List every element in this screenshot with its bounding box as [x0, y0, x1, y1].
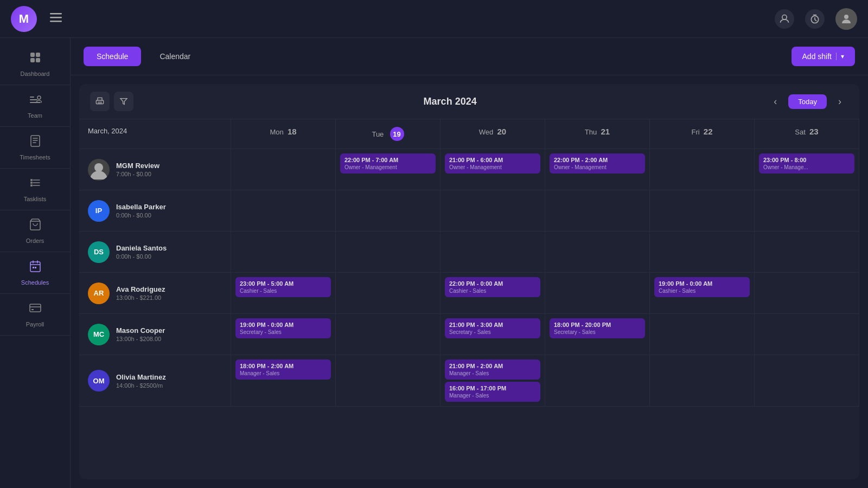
print-button[interactable] — [90, 92, 110, 111]
shift-cell-mon — [231, 232, 336, 272]
shift-cell-thu[interactable]: 18:00 PM - 20:00 PM Secretary - Sales — [545, 314, 650, 355]
sidebar-label-orders: Orders — [26, 237, 44, 244]
shift-cell-wed — [441, 190, 545, 231]
svg-rect-11 — [30, 99, 37, 100]
shift-cell-wed[interactable]: 21:00 PM - 3:00 AM Secretary - Sales — [441, 314, 545, 355]
sidebar-label-dashboard: Dashboard — [21, 70, 50, 77]
shift-block[interactable]: 19:00 PM - 0:00 AM Cashier - Sales — [654, 277, 750, 297]
employee-name: MGM Review — [116, 162, 222, 170]
today-button[interactable]: Today — [788, 94, 827, 109]
shift-cell-tue — [336, 232, 441, 272]
sidebar-item-dashboard[interactable]: Dashboard — [0, 43, 70, 85]
avatar — [88, 159, 110, 181]
schedule-container: March 2024 ‹ Today › March, 2024 Mon 18 — [79, 84, 859, 479]
prev-button[interactable]: ‹ — [767, 93, 784, 110]
shift-cell-thu — [545, 273, 650, 313]
shift-block[interactable]: 22:00 PM - 7:00 AM Owner - Management — [340, 153, 436, 174]
employee-details: Daniela Santos 0:00h - $0.00 — [116, 244, 222, 260]
shift-block[interactable]: 22:00 PM - 2:00 AM Owner - Management — [550, 153, 645, 174]
sidebar-label-tasklists: Tasklists — [24, 196, 47, 202]
shift-block[interactable]: 21:00 PM - 6:00 AM Owner - Management — [445, 153, 540, 174]
timer-icon[interactable] — [805, 9, 825, 29]
shift-cell-thu[interactable]: 22:00 PM - 2:00 AM Owner - Management — [545, 149, 650, 190]
filter-button[interactable] — [114, 92, 133, 111]
avatar: OM — [88, 370, 110, 391]
employee-details: Ava Rodriguez 13:00h - $221.00 — [116, 285, 222, 301]
shift-block[interactable]: 23:00 PM - 5:00 AM Cashier - Sales — [235, 277, 331, 297]
next-button[interactable]: › — [831, 93, 848, 110]
user-avatar[interactable] — [835, 8, 857, 30]
shift-block[interactable]: 22:00 PM - 0:00 AM Cashier - Sales — [445, 277, 540, 297]
shift-block[interactable]: 21:00 PM - 2:00 AM Manager - Sales — [445, 359, 540, 380]
employee-hours: 14:00h - $2500/m — [116, 382, 222, 389]
shift-block[interactable]: 23:00 PM - 8:00 Owner - Manage... — [759, 153, 854, 174]
employee-info-ip: IP Isabella Parker 0:00h - $0.00 — [79, 190, 231, 231]
hamburger-menu[interactable] — [46, 7, 66, 30]
employee-name: Daniela Santos — [116, 244, 222, 252]
svg-point-5 — [844, 15, 848, 19]
table-row: DS Daniela Santos 0:00h - $0.00 — [79, 232, 859, 273]
sidebar-item-payroll[interactable]: Payroll — [0, 294, 70, 336]
employee-hours: 0:00h - $0.00 — [116, 212, 222, 219]
employee-name: Olivia Martinez — [116, 373, 222, 381]
shift-cell-wed[interactable]: 22:00 PM - 0:00 AM Cashier - Sales — [441, 273, 545, 313]
add-shift-button[interactable]: Add shift ▾ — [792, 47, 855, 66]
table-row: AR Ava Rodriguez 13:00h - $221.00 23:00 … — [79, 273, 859, 314]
employee-info-ar: AR Ava Rodriguez 13:00h - $221.00 — [79, 273, 231, 313]
svg-point-21 — [94, 163, 103, 172]
table-row: IP Isabella Parker 0:00h - $0.00 — [79, 190, 859, 232]
employee-details: Mason Cooper 13:00h - $208.00 — [116, 326, 222, 342]
day-header-mon: Mon 18 — [231, 119, 336, 149]
employee-hours: 7:00h - $0.00 — [116, 171, 222, 177]
svg-rect-17 — [35, 267, 36, 268]
shift-block[interactable]: 21:00 PM - 3:00 AM Secretary - Sales — [445, 318, 540, 338]
shift-cell-mon[interactable]: 19:00 PM - 0:00 AM Secretary - Sales — [231, 314, 336, 355]
shift-cell-wed[interactable]: 21:00 PM - 6:00 AM Owner - Management — [441, 149, 545, 190]
svg-rect-8 — [30, 58, 35, 62]
shift-cell-sat — [755, 273, 859, 313]
sidebar: Dashboard Team Timesheets — [0, 38, 71, 488]
sidebar-item-timesheets[interactable]: Timesheets — [0, 127, 70, 169]
employee-details: Isabella Parker 0:00h - $0.00 — [116, 203, 222, 219]
tab-schedule[interactable]: Schedule — [84, 47, 141, 66]
shift-cell-sat — [755, 190, 859, 231]
svg-rect-2 — [50, 21, 62, 22]
shift-block[interactable]: 18:00 PM - 20:00 PM Secretary - Sales — [550, 318, 645, 338]
svg-point-13 — [37, 96, 41, 99]
notifications-icon[interactable] — [775, 9, 794, 29]
shift-block[interactable]: 18:00 PM - 2:00 AM Manager - Sales — [235, 359, 331, 380]
table-row: MC Mason Cooper 13:00h - $208.00 19:00 P… — [79, 314, 859, 355]
main-layout: Dashboard Team Timesheets — [0, 38, 868, 488]
sidebar-item-orders[interactable]: Orders — [0, 210, 70, 252]
tab-calendar[interactable]: Calendar — [146, 47, 203, 66]
shift-cell-mon[interactable]: 23:00 PM - 5:00 AM Cashier - Sales — [231, 273, 336, 313]
table-row: OM Olivia Martinez 14:00h - $2500/m 18:0… — [79, 355, 859, 407]
shift-cell-thu — [545, 232, 650, 272]
shift-block[interactable]: 16:00 PM - 17:00 PM Manager - Sales — [445, 382, 540, 402]
avatar: MC — [88, 324, 110, 345]
schedule-tools — [90, 92, 133, 111]
shift-cell-fri — [650, 314, 755, 355]
shift-cell-sat — [755, 232, 859, 272]
shift-cell-fri[interactable]: 19:00 PM - 0:00 AM Cashier - Sales — [650, 273, 755, 313]
employee-details: MGM Review 7:00h - $0.00 — [116, 162, 222, 177]
sidebar-item-tasklists[interactable]: Tasklists — [0, 169, 70, 210]
shift-cell-wed[interactable]: 21:00 PM - 2:00 AM Manager - Sales 16:00… — [441, 355, 545, 406]
shift-block[interactable]: 19:00 PM - 0:00 AM Secretary - Sales — [235, 318, 331, 338]
sidebar-item-schedules[interactable]: Schedules — [0, 252, 70, 294]
shift-cell-mon[interactable]: 18:00 PM - 2:00 AM Manager - Sales — [231, 355, 336, 406]
shift-cell-sat[interactable]: 23:00 PM - 8:00 Owner - Manage... — [755, 149, 859, 190]
employee-info-om: OM Olivia Martinez 14:00h - $2500/m — [79, 355, 231, 406]
nav-controls: ‹ Today › — [767, 93, 848, 110]
shift-cell-tue — [336, 314, 441, 355]
schedule-header: March 2024 ‹ Today › — [79, 84, 859, 119]
app-logo[interactable]: M — [11, 6, 37, 32]
tasklists-icon — [29, 176, 42, 192]
sidebar-item-team[interactable]: Team — [0, 85, 70, 127]
day-header-tue: Tue 19 — [336, 119, 441, 149]
avatar: DS — [88, 241, 110, 263]
svg-point-3 — [782, 15, 787, 19]
shift-cell-thu — [545, 355, 650, 406]
svg-rect-7 — [36, 53, 40, 57]
shift-cell-tue[interactable]: 22:00 PM - 7:00 AM Owner - Management — [336, 149, 441, 190]
